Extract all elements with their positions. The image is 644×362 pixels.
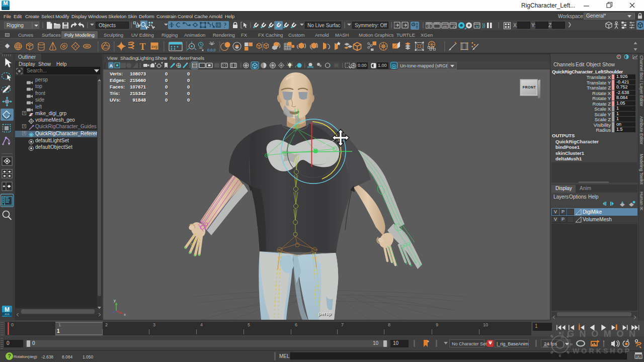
- svg-text:y: y: [114, 298, 116, 303]
- svg-text:T: T: [140, 42, 146, 52]
- svg-text:0,0,0: 0,0,0: [207, 48, 216, 52]
- svg-text:A: A: [110, 63, 113, 68]
- svg-text:IPR: IPR: [443, 25, 447, 28]
- svg-text:(A): (A): [636, 355, 640, 359]
- svg-text:x: x: [124, 312, 126, 317]
- svg-text:svg: svg: [151, 44, 157, 49]
